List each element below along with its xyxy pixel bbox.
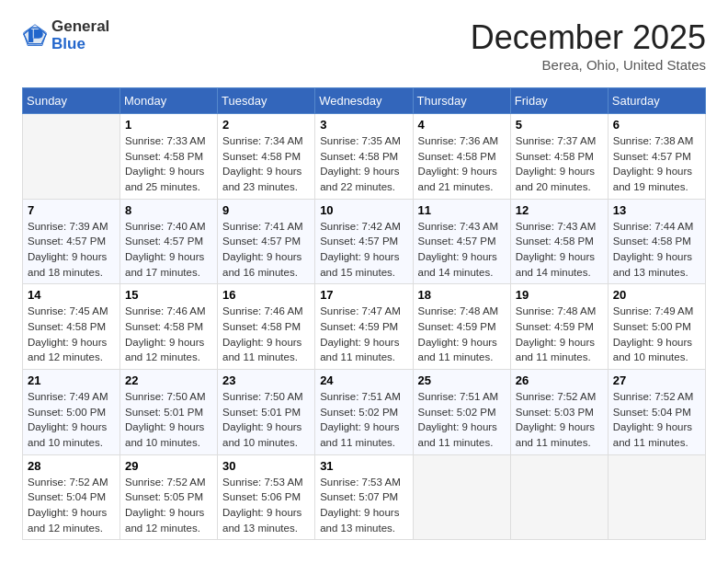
page-header: General Blue December 2025 Berea, Ohio, … <box>22 18 706 73</box>
calendar-cell: 27Sunrise: 7:52 AMSunset: 5:04 PMDayligh… <box>608 370 705 455</box>
day-number: 16 <box>222 288 310 302</box>
calendar-cell: 29Sunrise: 7:52 AMSunset: 5:05 PMDayligh… <box>120 454 218 540</box>
calendar-cell: 22Sunrise: 7:50 AMSunset: 5:01 PMDayligh… <box>120 370 218 455</box>
day-info: Sunrise: 7:39 AMSunset: 4:57 PMDaylight:… <box>28 219 115 281</box>
calendar-cell: 16Sunrise: 7:46 AMSunset: 4:58 PMDayligh… <box>218 284 315 370</box>
day-number: 8 <box>125 203 212 217</box>
day-number: 21 <box>28 373 115 387</box>
day-number: 22 <box>125 373 212 387</box>
calendar-cell: 5Sunrise: 7:37 AMSunset: 4:58 PMDaylight… <box>510 114 608 200</box>
day-number: 12 <box>516 203 603 217</box>
calendar-cell: 26Sunrise: 7:52 AMSunset: 5:03 PMDayligh… <box>510 370 608 455</box>
calendar-cell: 17Sunrise: 7:47 AMSunset: 4:59 PMDayligh… <box>315 284 413 370</box>
day-number: 13 <box>613 203 700 217</box>
day-number: 28 <box>28 459 115 473</box>
day-number: 30 <box>222 459 310 473</box>
day-number: 9 <box>222 203 310 217</box>
day-number: 24 <box>320 373 407 387</box>
day-number: 15 <box>125 288 212 302</box>
calendar-cell: 31Sunrise: 7:53 AMSunset: 5:07 PMDayligh… <box>315 454 413 540</box>
calendar-cell: 2Sunrise: 7:34 AMSunset: 4:58 PMDaylight… <box>218 114 315 200</box>
calendar-cell: 19Sunrise: 7:48 AMSunset: 4:59 PMDayligh… <box>510 284 608 370</box>
day-info: Sunrise: 7:49 AMSunset: 5:00 PMDaylight:… <box>28 389 115 451</box>
day-number: 17 <box>320 288 407 302</box>
day-number: 6 <box>613 118 700 132</box>
logo-general: General <box>51 17 109 35</box>
day-info: Sunrise: 7:48 AMSunset: 4:59 PMDaylight:… <box>516 304 603 365</box>
calendar-table: SundayMondayTuesdayWednesdayThursdayFrid… <box>22 87 706 540</box>
day-info: Sunrise: 7:51 AMSunset: 5:02 PMDaylight:… <box>418 389 506 451</box>
logo-blue: Blue <box>51 35 85 52</box>
calendar-cell: 13Sunrise: 7:44 AMSunset: 4:58 PMDayligh… <box>608 199 705 284</box>
day-info: Sunrise: 7:52 AMSunset: 5:03 PMDaylight:… <box>516 389 603 451</box>
calendar-cell: 4Sunrise: 7:36 AMSunset: 4:58 PMDaylight… <box>413 114 510 200</box>
day-info: Sunrise: 7:42 AMSunset: 4:57 PMDaylight:… <box>320 219 407 281</box>
weekday-wednesday: Wednesday <box>315 88 413 114</box>
calendar-cell <box>608 454 705 540</box>
calendar-cell: 23Sunrise: 7:50 AMSunset: 5:01 PMDayligh… <box>218 370 315 455</box>
logo-text: General Blue <box>51 18 109 52</box>
calendar-body: 1Sunrise: 7:33 AMSunset: 4:58 PMDaylight… <box>23 114 706 540</box>
day-info: Sunrise: 7:47 AMSunset: 4:59 PMDaylight:… <box>320 304 407 365</box>
day-number: 23 <box>222 373 310 387</box>
day-number: 19 <box>516 288 603 302</box>
calendar-cell: 1Sunrise: 7:33 AMSunset: 4:58 PMDaylight… <box>120 114 218 200</box>
day-info: Sunrise: 7:35 AMSunset: 4:58 PMDaylight:… <box>320 133 407 195</box>
day-info: Sunrise: 7:44 AMSunset: 4:58 PMDaylight:… <box>613 219 700 281</box>
calendar-cell: 6Sunrise: 7:38 AMSunset: 4:57 PMDaylight… <box>608 114 705 200</box>
calendar-cell: 12Sunrise: 7:43 AMSunset: 4:58 PMDayligh… <box>510 199 608 284</box>
calendar-cell: 15Sunrise: 7:46 AMSunset: 4:58 PMDayligh… <box>120 284 218 370</box>
calendar-cell: 25Sunrise: 7:51 AMSunset: 5:02 PMDayligh… <box>413 370 510 455</box>
weekday-sunday: Sunday <box>23 88 120 114</box>
day-number: 3 <box>320 118 407 132</box>
title-block: December 2025 Berea, Ohio, United States <box>471 18 706 73</box>
calendar-cell: 28Sunrise: 7:52 AMSunset: 5:04 PMDayligh… <box>23 454 120 540</box>
month-title: December 2025 <box>471 18 706 57</box>
day-number: 7 <box>28 203 115 217</box>
day-number: 10 <box>320 203 407 217</box>
day-info: Sunrise: 7:52 AMSunset: 5:04 PMDaylight:… <box>28 475 115 536</box>
day-number: 14 <box>28 288 115 302</box>
day-number: 27 <box>613 373 700 387</box>
day-number: 4 <box>418 118 506 132</box>
calendar-cell <box>413 454 510 540</box>
day-info: Sunrise: 7:50 AMSunset: 5:01 PMDaylight:… <box>125 389 212 451</box>
day-number: 2 <box>222 118 310 132</box>
calendar-cell: 9Sunrise: 7:41 AMSunset: 4:57 PMDaylight… <box>218 199 315 284</box>
day-number: 5 <box>516 118 603 132</box>
location: Berea, Ohio, United States <box>471 57 706 73</box>
calendar-cell: 10Sunrise: 7:42 AMSunset: 4:57 PMDayligh… <box>315 199 413 284</box>
calendar-cell: 24Sunrise: 7:51 AMSunset: 5:02 PMDayligh… <box>315 370 413 455</box>
day-number: 31 <box>320 459 407 473</box>
day-info: Sunrise: 7:46 AMSunset: 4:58 PMDaylight:… <box>222 304 310 365</box>
day-number: 29 <box>125 459 212 473</box>
day-number: 1 <box>125 118 212 132</box>
day-info: Sunrise: 7:45 AMSunset: 4:58 PMDaylight:… <box>28 304 115 365</box>
day-number: 26 <box>516 373 603 387</box>
calendar-cell: 11Sunrise: 7:43 AMSunset: 4:57 PMDayligh… <box>413 199 510 284</box>
calendar-week-3: 14Sunrise: 7:45 AMSunset: 4:58 PMDayligh… <box>23 284 706 370</box>
day-info: Sunrise: 7:38 AMSunset: 4:57 PMDaylight:… <box>613 133 700 195</box>
calendar-cell <box>23 114 120 200</box>
logo-icon <box>22 23 48 49</box>
calendar-week-4: 21Sunrise: 7:49 AMSunset: 5:00 PMDayligh… <box>23 370 706 455</box>
calendar-week-2: 7Sunrise: 7:39 AMSunset: 4:57 PMDaylight… <box>23 199 706 284</box>
day-info: Sunrise: 7:52 AMSunset: 5:05 PMDaylight:… <box>125 475 212 536</box>
weekday-friday: Friday <box>510 88 608 114</box>
day-info: Sunrise: 7:37 AMSunset: 4:58 PMDaylight:… <box>516 133 603 195</box>
day-number: 11 <box>418 203 506 217</box>
day-info: Sunrise: 7:48 AMSunset: 4:59 PMDaylight:… <box>418 304 506 365</box>
day-info: Sunrise: 7:53 AMSunset: 5:07 PMDaylight:… <box>320 475 407 536</box>
calendar-cell: 7Sunrise: 7:39 AMSunset: 4:57 PMDaylight… <box>23 199 120 284</box>
calendar-cell: 18Sunrise: 7:48 AMSunset: 4:59 PMDayligh… <box>413 284 510 370</box>
day-info: Sunrise: 7:34 AMSunset: 4:58 PMDaylight:… <box>222 133 310 195</box>
weekday-saturday: Saturday <box>608 88 705 114</box>
day-info: Sunrise: 7:52 AMSunset: 5:04 PMDaylight:… <box>613 389 700 451</box>
day-info: Sunrise: 7:50 AMSunset: 5:01 PMDaylight:… <box>222 389 310 451</box>
day-info: Sunrise: 7:51 AMSunset: 5:02 PMDaylight:… <box>320 389 407 451</box>
day-info: Sunrise: 7:43 AMSunset: 4:57 PMDaylight:… <box>418 219 506 281</box>
calendar-cell: 8Sunrise: 7:40 AMSunset: 4:57 PMDaylight… <box>120 199 218 284</box>
day-info: Sunrise: 7:49 AMSunset: 5:00 PMDaylight:… <box>613 304 700 365</box>
weekday-tuesday: Tuesday <box>218 88 315 114</box>
day-info: Sunrise: 7:41 AMSunset: 4:57 PMDaylight:… <box>222 219 310 281</box>
